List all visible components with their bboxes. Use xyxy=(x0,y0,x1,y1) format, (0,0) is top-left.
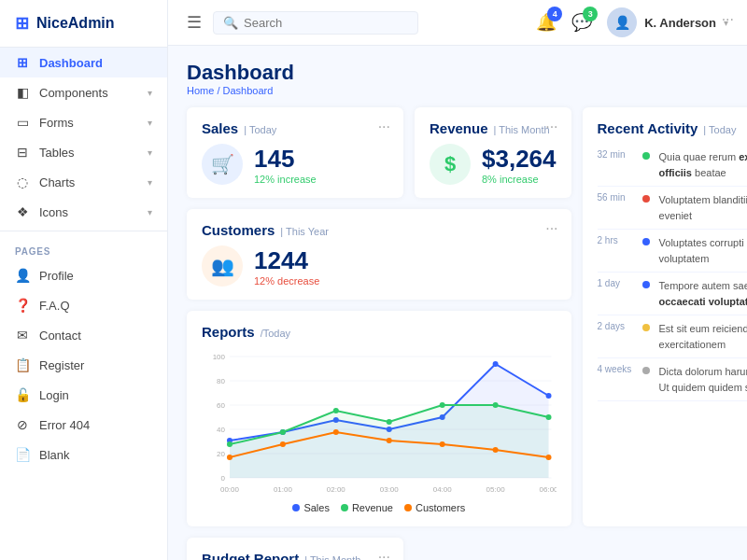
sidebar-item-contact[interactable]: ✉ Contact xyxy=(0,320,167,350)
breadcrumb-home[interactable]: Home xyxy=(187,85,214,96)
icons-icon: ❖ xyxy=(15,204,30,219)
svg-text:20: 20 xyxy=(217,450,225,458)
activity-list: 32 min Quia quae rerum explicabo officii… xyxy=(598,144,747,401)
sales-icon: 🛒 xyxy=(202,144,243,185)
activity-description: Voluptatem blanditiis blanditiis eveniet xyxy=(659,192,747,223)
sales-more-button[interactable]: ··· xyxy=(378,119,390,135)
sidebar-item-error404[interactable]: ⊘ Error 404 xyxy=(0,410,167,440)
svg-point-32 xyxy=(440,402,445,408)
sidebar-item-login[interactable]: 🔓 Login xyxy=(0,380,167,410)
customers-card-header: Customers | This Year xyxy=(202,222,557,238)
svg-point-30 xyxy=(333,408,339,413)
activity-description: Tempore autem saepe occaecati voluptatem… xyxy=(659,278,747,309)
sidebar-item-faq[interactable]: ❓ F.A.Q xyxy=(0,290,167,320)
content-area: Dashboard Home / Dashboard ··· Sales | T… xyxy=(168,46,747,560)
revenue-card-body: $ $3,264 8% increase xyxy=(430,144,557,185)
search-input[interactable] xyxy=(244,16,402,30)
avatar: 👤 xyxy=(607,7,637,37)
svg-text:02:00: 02:00 xyxy=(327,485,346,494)
svg-point-36 xyxy=(280,441,286,447)
sales-value: 145 xyxy=(254,145,317,174)
profile-icon: 👤 xyxy=(15,268,30,283)
svg-text:60: 60 xyxy=(217,401,225,410)
faq-label: F.A.Q xyxy=(39,299,152,313)
sidebar-item-components[interactable]: ◧ Components ▾ xyxy=(0,77,167,107)
charts-label: Charts xyxy=(39,175,138,189)
revenue-more-button[interactable]: ··· xyxy=(545,119,557,135)
sales-values: 145 12% increase xyxy=(254,145,317,185)
notifications-button[interactable]: 🔔 4 xyxy=(536,12,557,33)
pages-section-label: PAGES xyxy=(0,235,167,260)
svg-text:100: 100 xyxy=(213,353,226,361)
sales-change: 12% increase xyxy=(254,174,317,185)
sidebar-item-blank[interactable]: 📄 Blank xyxy=(0,440,167,469)
page-header: Dashboard Home / Dashboard xyxy=(187,61,728,96)
sidebar-item-charts[interactable]: ◌ Charts ▾ xyxy=(0,167,167,197)
main-area: ☰ 🔍 🔔 4 💬 3 👤 K. Anderson ▾ Dashboard xyxy=(168,0,747,560)
tables-icon: ⊟ xyxy=(15,145,30,160)
reports-card: ··· Reports /Today 100 xyxy=(187,311,571,526)
messages-button[interactable]: 💬 3 xyxy=(571,12,592,33)
budget-header: Budget Report | This Month xyxy=(202,551,388,560)
svg-point-25 xyxy=(493,361,499,367)
svg-point-40 xyxy=(493,447,499,453)
budget-card: ··· Budget Report | This Month Allocated… xyxy=(187,538,403,560)
menu-toggle-button[interactable]: ☰ xyxy=(187,12,202,33)
page-items: 👤 Profile ❓ F.A.Q ✉ Contact 📋 Register 🔓… xyxy=(0,260,167,469)
sidebar-item-profile[interactable]: 👤 Profile xyxy=(0,260,167,290)
customers-values: 1244 12% decrease xyxy=(254,246,319,287)
svg-point-38 xyxy=(387,438,392,443)
svg-point-33 xyxy=(493,402,499,408)
components-label: Components xyxy=(39,86,138,100)
activity-indicator xyxy=(642,367,650,374)
chevron-down-icon: ▾ xyxy=(148,88,152,98)
customers-title: Customers xyxy=(202,222,275,238)
customers-card-body: 👥 1244 12% decrease xyxy=(202,245,557,287)
sidebar-item-dashboard[interactable]: ⊞ Dashboard xyxy=(0,48,167,77)
svg-text:00:00: 00:00 xyxy=(220,485,240,494)
budget-more-button[interactable]: ··· xyxy=(378,549,390,560)
sidebar-logo: ⊞ NiceAdmin xyxy=(0,0,167,48)
customers-subtitle: | This Year xyxy=(280,226,329,237)
sidebar-item-register[interactable]: 📋 Register xyxy=(0,350,167,380)
activity-time: 4 weeks xyxy=(598,364,633,395)
dashboard-label: Dashboard xyxy=(39,56,152,70)
charts-icon: ◌ xyxy=(15,175,30,189)
sidebar-item-forms[interactable]: ▭ Forms ▾ xyxy=(0,107,167,137)
sidebar-item-icons[interactable]: ❖ Icons ▾ xyxy=(0,197,167,227)
svg-point-41 xyxy=(546,455,552,460)
svg-text:01:00: 01:00 xyxy=(274,485,293,494)
sidebar: ⊞ NiceAdmin ⊞ Dashboard ◧ Components ▾ ▭… xyxy=(0,0,168,560)
svg-text:05:00: 05:00 xyxy=(486,485,506,494)
svg-point-26 xyxy=(546,393,552,399)
dashboard-icon: ⊞ xyxy=(15,55,30,70)
activity-time: 56 min xyxy=(598,192,633,223)
login-icon: 🔓 xyxy=(15,387,30,402)
register-label: Register xyxy=(39,358,152,372)
activity-indicator xyxy=(642,324,650,331)
blank-icon: 📄 xyxy=(15,447,30,462)
activity-list-item: 1 day Tempore autem saepe occaecati volu… xyxy=(598,273,747,315)
sidebar-item-tables[interactable]: ⊟ Tables ▾ xyxy=(0,137,167,167)
breadcrumb-current: Dashboard xyxy=(223,85,274,96)
tables-label: Tables xyxy=(39,146,138,160)
faq-icon: ❓ xyxy=(15,298,30,313)
blank-label: Blank xyxy=(39,448,152,462)
activity-header: Recent Activity | Today xyxy=(598,120,747,136)
login-label: Login xyxy=(39,388,152,402)
customers-more-button[interactable]: ··· xyxy=(545,220,557,237)
forms-icon: ▭ xyxy=(15,115,30,130)
user-name: K. Anderson xyxy=(644,16,716,30)
svg-point-35 xyxy=(227,455,233,460)
logo-text: NiceAdmin xyxy=(36,15,115,32)
profile-label: Profile xyxy=(39,269,152,283)
activity-list-item: 2 days Est sit eum reiciendis exercitati… xyxy=(598,315,747,358)
revenue-value: $3,264 xyxy=(482,145,557,174)
user-menu[interactable]: 👤 K. Anderson ▾ xyxy=(607,7,728,37)
activity-list-item: 32 min Quia quae rerum explicabo officii… xyxy=(598,144,747,187)
activity-time: 32 min xyxy=(598,149,633,180)
svg-text:0: 0 xyxy=(221,474,226,483)
activity-description: Dicta dolorum harum nulla eius. Ut quide… xyxy=(659,364,747,395)
activity-time: 2 hrs xyxy=(598,235,633,266)
svg-point-29 xyxy=(280,429,286,435)
